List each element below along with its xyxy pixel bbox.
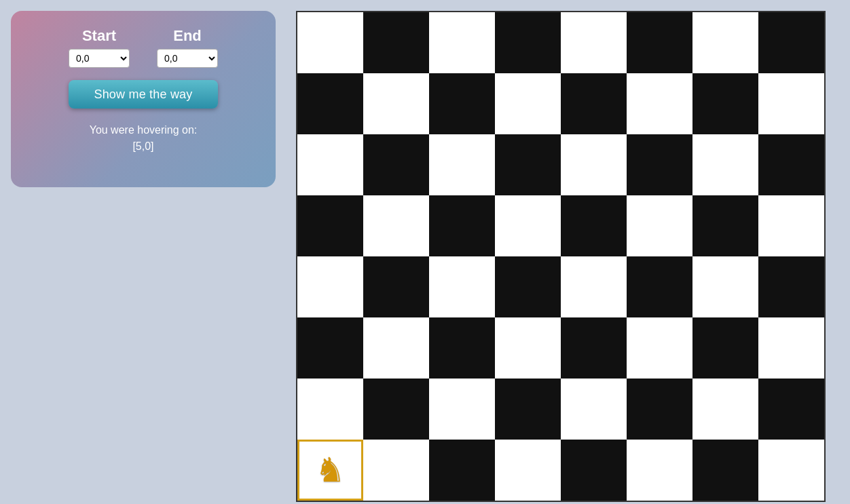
cell[interactable]: [692, 317, 758, 379]
cell[interactable]: [363, 317, 429, 379]
cell[interactable]: [495, 317, 561, 379]
cell[interactable]: [561, 440, 627, 501]
start-end-row: Start 0,0 0,1 0,2 0,3 0,4 0,5 0,6 0,7 En…: [31, 27, 255, 68]
start-column: Start 0,0 0,1 0,2 0,3 0,4 0,5 0,6 0,7: [69, 27, 130, 68]
cell[interactable]: [692, 440, 758, 501]
cell[interactable]: [627, 256, 692, 317]
cell[interactable]: [627, 73, 692, 134]
end-column: End 0,0 0,1 0,2 0,3 0,4 0,5 0,6 0,7: [157, 27, 218, 68]
cell[interactable]: [758, 195, 824, 256]
hover-line1: You were hovering on:: [90, 122, 198, 138]
cell[interactable]: [429, 195, 495, 256]
cell[interactable]: [692, 195, 758, 256]
cell[interactable]: [429, 317, 495, 379]
cell[interactable]: [758, 134, 824, 195]
cell[interactable]: [758, 379, 824, 440]
cell[interactable]: [429, 73, 495, 134]
cell[interactable]: [692, 73, 758, 134]
cell[interactable]: [495, 195, 561, 256]
cell[interactable]: [627, 134, 692, 195]
control-panel: Start 0,0 0,1 0,2 0,3 0,4 0,5 0,6 0,7 En…: [11, 11, 276, 187]
cell[interactable]: [297, 195, 363, 256]
cell[interactable]: [363, 134, 429, 195]
cell[interactable]: [561, 12, 627, 73]
cell[interactable]: [495, 440, 561, 501]
hover-info: You were hovering on: [5,0]: [90, 122, 198, 155]
cell[interactable]: [561, 379, 627, 440]
cell[interactable]: [627, 195, 692, 256]
cell[interactable]: [758, 440, 824, 501]
cell[interactable]: [429, 256, 495, 317]
board-container: ♞: [296, 11, 826, 502]
end-label: End: [173, 27, 202, 45]
cell[interactable]: [692, 379, 758, 440]
cell[interactable]: [561, 195, 627, 256]
cell[interactable]: [297, 379, 363, 440]
cell[interactable]: [429, 440, 495, 501]
start-label: Start: [82, 27, 116, 45]
cell[interactable]: [495, 256, 561, 317]
hover-line2: [5,0]: [90, 138, 198, 155]
cell[interactable]: [429, 12, 495, 73]
cell[interactable]: [297, 73, 363, 134]
cell[interactable]: [758, 12, 824, 73]
cell[interactable]: [429, 379, 495, 440]
cell[interactable]: [495, 134, 561, 195]
cell[interactable]: [363, 12, 429, 73]
cell[interactable]: [692, 134, 758, 195]
cell[interactable]: [561, 317, 627, 379]
cell[interactable]: [692, 256, 758, 317]
cell[interactable]: [495, 12, 561, 73]
cell[interactable]: [758, 317, 824, 379]
cell[interactable]: [561, 73, 627, 134]
cell[interactable]: [758, 73, 824, 134]
show-way-button[interactable]: Show me the way: [69, 80, 218, 109]
cell[interactable]: [363, 379, 429, 440]
cell[interactable]: [297, 134, 363, 195]
cell[interactable]: [429, 134, 495, 195]
cell[interactable]: ♞: [297, 440, 363, 501]
cell[interactable]: [561, 134, 627, 195]
cell[interactable]: [297, 12, 363, 73]
cell[interactable]: [627, 379, 692, 440]
cell[interactable]: [627, 440, 692, 501]
cell[interactable]: [363, 195, 429, 256]
cell[interactable]: [363, 440, 429, 501]
cell[interactable]: [297, 256, 363, 317]
cell[interactable]: [692, 12, 758, 73]
cell[interactable]: [627, 12, 692, 73]
cell[interactable]: [561, 256, 627, 317]
start-select[interactable]: 0,0 0,1 0,2 0,3 0,4 0,5 0,6 0,7: [69, 49, 130, 68]
cell[interactable]: [363, 73, 429, 134]
chessboard[interactable]: ♞: [296, 11, 826, 502]
end-select[interactable]: 0,0 0,1 0,2 0,3 0,4 0,5 0,6 0,7: [157, 49, 218, 68]
cell[interactable]: [363, 256, 429, 317]
cell[interactable]: [495, 379, 561, 440]
cell[interactable]: [758, 256, 824, 317]
cell[interactable]: [495, 73, 561, 134]
cell[interactable]: [297, 317, 363, 379]
cell[interactable]: [627, 317, 692, 379]
